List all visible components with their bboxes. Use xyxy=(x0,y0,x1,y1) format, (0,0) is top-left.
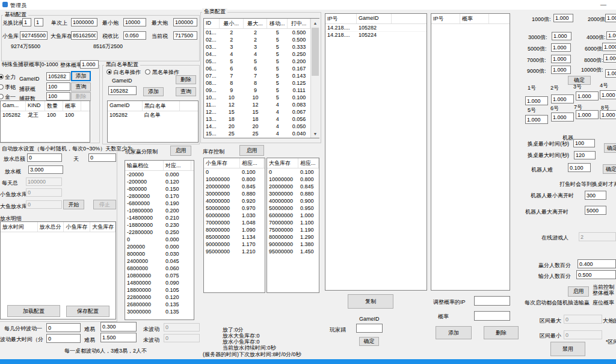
table-row[interactable]: -68000000.190 xyxy=(125,200,194,207)
column-header[interactable]: 大鱼库存 xyxy=(267,158,298,168)
column-header[interactable]: 最大... xyxy=(244,19,268,28)
table-row[interactable]: 200000000.845 xyxy=(204,183,265,190)
small-fish-field[interactable] xyxy=(20,31,48,40)
mult-7000-field[interactable] xyxy=(551,55,571,63)
column-header[interactable]: 输赢档位 xyxy=(125,161,164,170)
table-row[interactable]: 05...5550.200 xyxy=(204,58,310,65)
exchange1-field[interactable] xyxy=(22,18,31,26)
column-header[interactable]: 放水时间 xyxy=(1,222,38,232)
robot-min-leave-field[interactable] xyxy=(585,191,606,200)
ip-prob-field[interactable] xyxy=(474,311,510,321)
table-row[interactable]: 850000001.134 xyxy=(204,233,265,241)
load-config-button[interactable]: 加载配置 xyxy=(7,305,60,317)
robot-max-leave-field[interactable] xyxy=(585,206,606,215)
table-row[interactable]: 188000000.105 xyxy=(125,286,194,294)
white-list-radio[interactable] xyxy=(106,69,112,75)
disable-button[interactable]: 禁用 xyxy=(550,342,585,356)
table-row[interactable]: 00.100 xyxy=(267,168,319,176)
table-row[interactable]: 68000000.060 xyxy=(125,265,194,272)
table-row[interactable]: 750000001.190 xyxy=(267,226,319,233)
scroll-down-icon[interactable]: ▼ xyxy=(311,129,319,138)
table-row[interactable]: 800000001.090 xyxy=(204,226,265,233)
table-min-time-field[interactable] xyxy=(573,139,595,147)
mult-2000-field[interactable] xyxy=(605,14,616,22)
robot-diff-field[interactable] xyxy=(568,163,591,172)
min-cannon-field[interactable] xyxy=(123,18,146,26)
column-header[interactable]: 概率 xyxy=(63,101,81,111)
fish-config-table[interactable]: ID最小...最大...移动...打中...01...2250.50002...… xyxy=(203,18,319,138)
table-row[interactable]: 500000000.970 xyxy=(204,205,265,212)
table-row[interactable]: 8000000.030 xyxy=(125,250,194,258)
mult-3000-field[interactable] xyxy=(552,32,571,40)
table-row[interactable]: 228000000.120 xyxy=(125,294,194,301)
special-gameid-field[interactable] xyxy=(46,72,70,81)
ip-delete-button[interactable]: 删除 xyxy=(484,326,519,339)
catch-prob-field[interactable] xyxy=(46,82,70,91)
bw-gameid-field[interactable] xyxy=(108,86,137,95)
table-row[interactable]: 268000000.135 xyxy=(125,301,194,308)
robot-ok1-button[interactable]: 确定 xyxy=(604,143,616,153)
table-row[interactable]: 108000000.075 xyxy=(125,272,194,279)
special-add-button[interactable]: 添加 xyxy=(71,71,91,81)
seat-5-field[interactable] xyxy=(525,115,548,124)
bw-list-table[interactable]: GameID黑白名单105282白名单 xyxy=(107,100,199,143)
black-list-radio[interactable] xyxy=(145,69,150,75)
table-row[interactable]: 900000001.380 xyxy=(267,241,319,248)
table-row[interactable]: -228000000.250 xyxy=(125,229,194,236)
table-row[interactable]: 13...181840.056 xyxy=(204,116,310,123)
table-row[interactable]: -108000000.200 xyxy=(125,207,194,214)
seat-7-field[interactable] xyxy=(576,110,599,119)
table-row[interactable]: 24000000.045 xyxy=(125,258,194,265)
scroll-up-icon[interactable]: ▲ xyxy=(311,19,319,27)
special-query-button[interactable]: 查询 xyxy=(71,82,91,91)
overall-prob-field[interactable] xyxy=(80,60,99,69)
seat-1-field[interactable] xyxy=(525,96,548,105)
table-row[interactable]: 00.000 xyxy=(125,236,194,243)
table-row[interactable]: 400000000.900 xyxy=(267,197,319,205)
table-row[interactable]: 15...252540.040 xyxy=(204,130,310,137)
fish-table-scrollbar[interactable]: ▲ ▼ xyxy=(310,19,319,138)
column-header[interactable]: GameID xyxy=(357,14,392,23)
ip-gameid-table[interactable]: IP号GameID14.218....10528214.218....10522… xyxy=(325,13,427,291)
minimize-button[interactable]: — xyxy=(596,0,611,9)
wave-diff1-field[interactable] xyxy=(100,322,137,332)
wave-maxtime-field[interactable] xyxy=(46,334,81,343)
column-header[interactable]: 放水总分 xyxy=(38,222,64,232)
seat-6-field[interactable] xyxy=(551,113,574,122)
table-row[interactable]: 2000000.000 xyxy=(125,243,194,250)
column-header[interactable]: Gam... xyxy=(1,101,26,111)
table-row[interactable]: 600000001.000 xyxy=(267,212,319,219)
mult-6000-field[interactable] xyxy=(602,43,616,51)
column-header[interactable]: GameID xyxy=(108,101,143,111)
table-row[interactable]: -28000000.170 xyxy=(125,193,194,200)
bw-query-button[interactable]: 查询 xyxy=(176,87,196,96)
table-row[interactable]: -8000000.150 xyxy=(125,185,194,193)
column-header[interactable]: 概率 xyxy=(460,14,489,23)
column-header[interactable]: IP号 xyxy=(431,14,460,23)
small-fish-stock-table[interactable]: 小鱼库存相应...00.100100000000.800200000000.84… xyxy=(203,158,265,293)
column-header[interactable]: 对应... xyxy=(164,161,191,170)
table-row[interactable]: 500000000.950 xyxy=(267,205,319,212)
bw-add-button[interactable]: 添加 xyxy=(143,87,164,96)
table-row[interactable]: 900000001.170 xyxy=(204,241,265,248)
lose-ratio-field[interactable] xyxy=(576,270,616,279)
table-row[interactable]: 08...8850.125 xyxy=(204,79,310,87)
table-row[interactable]: 16...303030.033 xyxy=(204,137,310,138)
column-header[interactable]: IP号 xyxy=(325,14,357,23)
table-row[interactable]: 12...151540.067 xyxy=(204,108,310,116)
max-cannon-field[interactable] xyxy=(173,18,197,26)
table-row[interactable]: 10...101050.100 xyxy=(204,94,310,101)
big-fish-stock-table[interactable]: 大鱼库存相应...00.100100000000.800200000000.84… xyxy=(266,158,319,293)
water-total-field[interactable] xyxy=(27,153,62,162)
ratio-enable-button[interactable]: 启用 xyxy=(568,286,589,297)
save-config-button[interactable]: 保存配置 xyxy=(66,306,109,317)
table-row[interactable]: 14.218....105282 xyxy=(325,24,427,31)
ip-prob-table[interactable]: IP号概率 xyxy=(431,13,510,291)
copy-button[interactable]: 复制 xyxy=(348,294,393,309)
table-row[interactable]: 06...6650.167 xyxy=(204,65,310,72)
table-row[interactable]: 100000000.800 xyxy=(204,176,265,183)
column-header[interactable]: 移动... xyxy=(267,19,288,28)
win-ratio-field[interactable] xyxy=(578,259,616,268)
water-prob-field[interactable] xyxy=(28,165,63,174)
column-header[interactable]: 小鱼库存 xyxy=(204,158,240,168)
